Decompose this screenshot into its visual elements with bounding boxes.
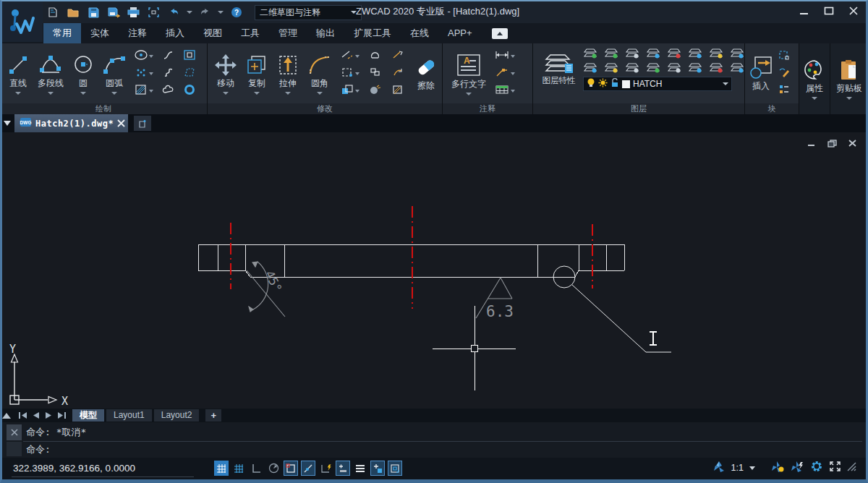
lineweight-display-toggle[interactable] [353,461,367,476]
spline-icon[interactable] [162,50,175,63]
arc-button[interactable]: 圆弧 [103,53,126,95]
tab-output[interactable]: 输出 [307,23,344,43]
dimension-caret[interactable] [511,55,515,58]
polyline-button[interactable]: 多段线 [38,53,64,95]
redo-button[interactable] [197,5,213,20]
resize-grip-icon[interactable] [847,461,856,474]
leader-icon[interactable] [495,67,509,80]
trim-caret[interactable] [355,55,359,58]
layer-tool-icon[interactable] [625,48,639,59]
undo-button[interactable] [166,5,182,20]
point-icon[interactable] [135,67,148,80]
tab-layout2[interactable]: Layout2 [154,409,200,422]
document-tab[interactable]: DWG Hatch2(1).dwg* [14,114,128,132]
layer-tool-icon[interactable] [646,48,660,59]
table-caret[interactable] [511,90,515,93]
panel-label-block[interactable]: 块 [745,103,799,114]
grid-toggle[interactable] [231,461,246,476]
add-layout-button[interactable]: + [205,409,221,422]
extend-icon[interactable] [391,50,404,63]
tab-online[interactable]: 在线 [401,23,438,43]
attributes-list-icon[interactable] [778,85,790,98]
command-line-area[interactable]: 命令: *取消* 命令: [0,422,868,458]
layer-tool-icon[interactable] [709,48,723,59]
panel-label-layers[interactable]: 图层 [533,103,744,114]
scale-squares-icon[interactable] [341,85,354,98]
snap-toggle[interactable] [214,461,229,476]
layer-tool-icon[interactable] [583,48,597,59]
close-button[interactable] [846,4,861,17]
layer-properties-button[interactable]: 图层特性 [539,48,579,86]
revision-cloud-icon[interactable] [162,85,175,98]
scale-caret[interactable] [355,90,359,93]
layer-combo-caret[interactable] [723,82,728,85]
command-prompt-line[interactable]: 命令: [26,442,51,458]
tab-solid[interactable]: 实体 [81,23,119,43]
object-snap-toggle[interactable] [284,461,298,476]
settings-gear-icon[interactable] [810,460,823,476]
mtext-button[interactable]: A 多行文字 [451,52,486,95]
annotation-scale-star-icon[interactable] [712,461,726,476]
layer-tool-icon[interactable] [604,48,618,59]
fullscreen-icon[interactable] [829,461,841,475]
ellipse-caret[interactable] [149,55,153,58]
object-snap-tracking-toggle[interactable] [301,461,315,476]
layer-tool-icon[interactable] [688,62,702,73]
fillet-button[interactable]: 圆角 [308,53,331,95]
edit-block-icon[interactable] [778,67,790,80]
layer-tool-icon[interactable] [667,62,681,73]
layer-tool-icon[interactable] [646,62,660,73]
maximize-button[interactable] [822,4,836,17]
trim-icon[interactable] [341,50,354,63]
array-icon[interactable] [369,67,382,80]
tab-model[interactable]: 模型 [72,409,104,422]
drawing-canvas[interactable]: 45° 6.3 Y [0,132,868,409]
undo-dropdown-caret[interactable] [187,11,192,14]
minimize-button[interactable] [797,4,812,17]
annotation-auto-add-toggle[interactable] [370,461,385,476]
mdi-close-icon[interactable] [846,138,858,148]
panel-label-modify[interactable]: 修改 [208,103,442,114]
tab-layout1[interactable]: Layout1 [106,409,152,422]
print-button[interactable] [126,5,141,20]
annotation-scale-value[interactable]: 1:1 [731,463,744,473]
copy-button[interactable]: 复制 [246,53,268,95]
hatch-edit-icon[interactable] [391,85,404,98]
last-layout-icon[interactable] [55,409,68,422]
region-icon[interactable] [162,67,175,80]
break-icon[interactable] [369,85,382,98]
leader-caret[interactable] [511,72,515,75]
command-close-button[interactable] [7,424,22,440]
move-button[interactable]: 移动 [215,53,237,95]
layer-tool-icon[interactable] [667,48,681,59]
wipeout-icon[interactable] [184,67,195,80]
dynamic-input-toggle[interactable] [318,461,333,476]
plot-preview-button[interactable] [146,5,161,20]
mdi-minimize-icon[interactable] [806,138,817,148]
ortho-toggle[interactable] [249,461,263,476]
new-file-button[interactable] [45,5,60,20]
first-layout-icon[interactable] [16,409,29,422]
panel-properties[interactable]: 属性 [799,43,830,114]
tab-express-tools[interactable]: 扩展工具 [344,23,401,43]
layer-tool-icon[interactable] [730,48,744,59]
zwcad-logo[interactable] [2,1,43,42]
circle-button[interactable]: 圆 [72,53,94,95]
point-caret[interactable] [149,72,153,75]
offset-rect-icon[interactable] [341,67,354,80]
new-document-tab-button[interactable] [134,116,151,131]
polar-toggle[interactable] [266,461,281,476]
line-button[interactable]: 直线 [7,53,29,95]
erase-button[interactable]: 擦除 [414,55,438,92]
panel-label-annotate[interactable]: 注释 [443,103,532,114]
open-folder-button[interactable] [65,5,80,20]
panel-label-draw[interactable]: 绘制 [0,103,207,114]
tab-home[interactable]: 常用 [43,23,81,43]
offset-caret[interactable] [355,72,359,75]
annotation-visibility-icon[interactable] [771,461,785,476]
layoutbar-expand-icon[interactable] [0,409,13,422]
rotate-icon[interactable] [391,67,404,80]
table-icon[interactable] [495,85,509,98]
tab-view[interactable]: 视图 [194,23,231,43]
layer-tool-icon[interactable] [625,62,639,73]
